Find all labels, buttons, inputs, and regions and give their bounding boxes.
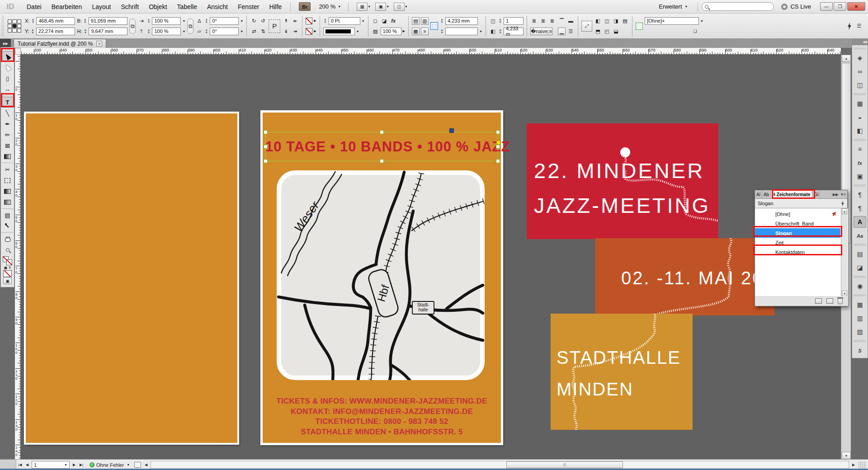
selection-handle[interactable] — [264, 159, 268, 163]
panel-button-swatches[interactable]: ▦ — [854, 98, 866, 109]
wrap-object-shape-button[interactable]: ▦ — [412, 28, 420, 35]
valign-top-button[interactable]: ▔ — [558, 17, 566, 25]
shear-stepper[interactable] — [204, 28, 208, 35]
scroll-up-icon[interactable]: ▲ — [842, 208, 847, 214]
stroke-weight-stepper[interactable] — [323, 17, 327, 24]
clear-overrides-icon[interactable]: ❏ — [691, 28, 699, 35]
spacing-field[interactable]: 4,233 mm — [445, 17, 478, 25]
x-field[interactable]: 468,45 mm — [36, 17, 75, 25]
constrain-scale-link-icon[interactable]: ⧉ — [187, 19, 193, 34]
auto-size-button[interactable]: ⤢ — [581, 21, 592, 32]
panel-grip[interactable] — [1, 16, 4, 37]
live-corner-handle[interactable] — [496, 141, 500, 145]
panel-button-text-wrap[interactable]: ▤ — [854, 248, 866, 260]
menu-schrift[interactable]: Schrift — [116, 0, 144, 14]
align-right-button[interactable]: ≣ — [548, 17, 556, 25]
pencil-tool[interactable]: ✏ — [1, 129, 14, 140]
panel-menu-icon[interactable]: ▼≡ — [840, 193, 846, 197]
align-objects-left-button[interactable]: ◧ — [594, 17, 602, 25]
panel-button-effects[interactable]: fx — [854, 157, 866, 169]
drop-shadow-button[interactable]: ◪ — [381, 17, 388, 25]
rotate-cw-button[interactable]: ↻ — [250, 17, 258, 25]
hand-tool[interactable] — [1, 234, 14, 244]
panel-tab-partial[interactable]: Ab — [762, 190, 771, 198]
zoom-level-dropdown[interactable]: 200 % ▼ — [319, 3, 341, 10]
menu-hilfe[interactable]: Hilfe — [264, 0, 287, 14]
align-objects-bottom-button[interactable]: ⬓ — [612, 28, 620, 35]
dock-drag-handle[interactable] — [854, 184, 866, 187]
rotation-field[interactable]: 0° — [210, 17, 239, 25]
gutter-field[interactable]: 4,233 m — [504, 28, 524, 35]
frame-tool[interactable]: ⊠ — [1, 140, 14, 151]
select-container-icon[interactable]: P — [269, 19, 280, 33]
panel-button-paragraph-styles[interactable]: ¶ — [854, 202, 866, 214]
scroll-up-icon[interactable]: ▲ — [842, 55, 851, 62]
panel-tab-partial[interactable]: Al — [755, 190, 762, 198]
scroll-right-icon[interactable]: ▶ — [850, 461, 857, 469]
distribute-button[interactable]: ▤ — [621, 17, 629, 25]
formatting-affects-toggle[interactable]: ▣T — [4, 266, 11, 270]
dock-drag-handle[interactable] — [854, 93, 866, 95]
panel-button-color[interactable]: ◒ — [854, 111, 866, 123]
quick-apply-icon[interactable] — [847, 23, 852, 30]
panel-button-table[interactable]: ▦ — [854, 299, 866, 310]
align-objects-top-button[interactable]: ⬒ — [594, 28, 602, 35]
stroke-swatch-none[interactable] — [6, 259, 12, 265]
height-field[interactable]: 9,647 mm — [89, 28, 127, 35]
dock-drag-handle[interactable] — [854, 139, 866, 141]
date-panel[interactable]: 02. -11. MAI 201 — [595, 238, 774, 315]
zoom-tool[interactable] — [1, 244, 14, 255]
arrange-documents-button[interactable]: ◫ — [394, 3, 405, 11]
apply-none-button[interactable] — [3, 270, 12, 277]
prev-page-button[interactable]: ◀ — [24, 461, 31, 469]
opacity-field[interactable]: 100 % — [381, 28, 401, 35]
fill-color-swatch[interactable] — [306, 28, 312, 35]
select-next-object-button[interactable]: ↠ — [291, 28, 299, 35]
object-style-dropdown[interactable]: [Ohne]+ — [645, 17, 699, 25]
free-transform-tool[interactable] — [1, 175, 14, 186]
close-button[interactable]: ✕ — [847, 2, 865, 11]
scroll-left-icon[interactable]: ◀ — [142, 461, 150, 469]
scale-x-stepper[interactable] — [146, 17, 151, 24]
headline-panel[interactable]: 22. MINDENER JAZZ-MEETING — [527, 123, 718, 239]
minimize-button[interactable]: — — [820, 2, 833, 11]
new-style-button[interactable] — [826, 298, 833, 304]
panel-button-stroke[interactable]: ≡ — [854, 143, 866, 155]
gutter-stepper[interactable] — [498, 28, 502, 35]
menu-datei[interactable]: Datei — [22, 0, 47, 14]
next-page-button[interactable]: ▶ — [71, 461, 78, 469]
last-page-button[interactable]: ▶| — [78, 461, 85, 469]
menu-layout[interactable]: Layout — [87, 0, 116, 14]
selection-handle[interactable] — [496, 159, 500, 163]
dock-drag-handle[interactable] — [854, 276, 866, 278]
text-outport-handle[interactable] — [449, 128, 454, 133]
wrap-none-button[interactable]: ▤ — [412, 17, 420, 25]
note-tool[interactable]: ▤ — [1, 210, 14, 221]
wrap-bounding-box-button[interactable]: ▥ — [421, 17, 429, 25]
scissors-tool[interactable]: ✂ — [1, 164, 14, 175]
dock-drag-handle[interactable] — [854, 47, 866, 50]
rotation-stepper[interactable] — [204, 17, 208, 24]
selected-text-frame[interactable] — [265, 132, 498, 161]
stroke-type-dropdown[interactable] — [323, 28, 355, 35]
selection-handle[interactable] — [264, 130, 268, 134]
shear-field[interactable]: 0° — [210, 28, 239, 35]
constrain-dimensions-link-icon[interactable]: ⧉ — [129, 19, 136, 34]
panel-expand-icon[interactable]: ▶▶ — [833, 193, 838, 197]
valign-bottom-button[interactable]: ▁ — [558, 28, 566, 35]
window-resize-grip[interactable] — [858, 461, 866, 470]
horizontal-scroll-thumb[interactable] — [506, 461, 623, 468]
dock-drag-handle[interactable] — [854, 244, 866, 246]
selection-handle[interactable] — [380, 130, 384, 134]
screen-mode-button[interactable]: ▣ — [375, 3, 386, 11]
align-left-button[interactable]: ≣ — [530, 17, 538, 25]
selection-handle[interactable] — [496, 145, 500, 149]
page-tool[interactable]: ▯ — [1, 73, 14, 84]
dock-drag-handle[interactable] — [854, 294, 866, 296]
cs-live-label[interactable]: CS Live — [790, 3, 811, 10]
align-objects-right-button[interactable]: ◨ — [612, 17, 620, 25]
panel-button-table-styles[interactable]: ▥ — [854, 312, 866, 324]
flip-vertical-button[interactable]: ⇅ — [259, 28, 267, 35]
stroke-color-swatch[interactable] — [306, 18, 312, 24]
fill-stroke-swatches[interactable] — [3, 256, 13, 265]
